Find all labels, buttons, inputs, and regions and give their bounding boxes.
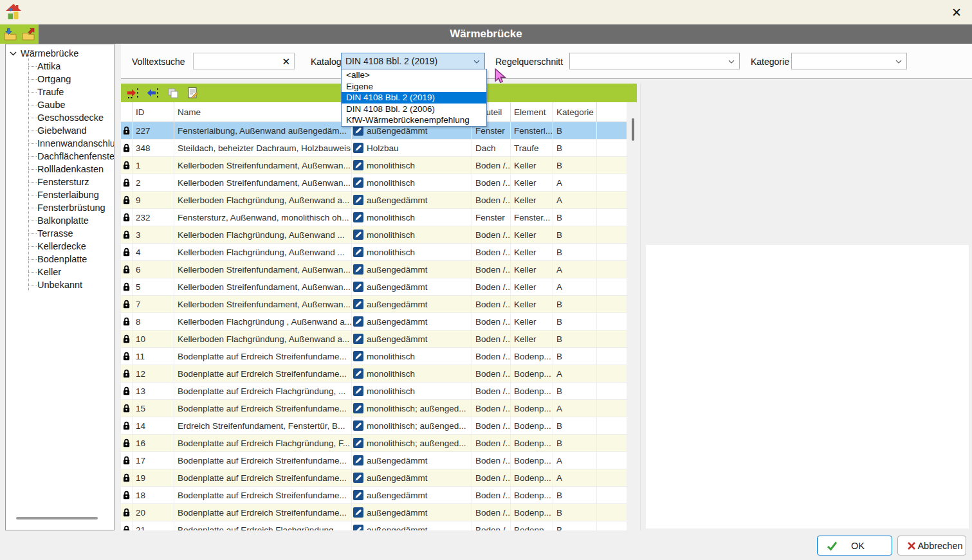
- clear-search-icon[interactable]: ✕: [282, 56, 290, 67]
- cancel-button[interactable]: Abbrechen: [897, 536, 966, 555]
- katalog-select[interactable]: DIN 4108 Bbl. 2 (2019): [341, 53, 485, 69]
- table-row[interactable]: 15 Bodenplatte auf Erdreich Streifenfund…: [121, 400, 627, 417]
- kategorie-select[interactable]: [791, 53, 907, 69]
- edit-row-icon[interactable]: [187, 87, 199, 99]
- insulation-cell: außengedämmt: [352, 261, 472, 278]
- cell-insulation: außengedämmt: [367, 300, 428, 309]
- lock-icon: [123, 352, 130, 361]
- chevron-down-icon: [728, 60, 735, 64]
- cell-filler: [597, 504, 627, 521]
- cell-insulation: Holzbau: [367, 143, 399, 153]
- sidebar-item-balkonplatte[interactable]: Balkonplatte: [6, 214, 114, 227]
- column-header-element[interactable]: Element: [511, 102, 553, 122]
- insulation-cell: außengedämmt: [352, 192, 472, 208]
- column-header-lock[interactable]: [121, 102, 133, 122]
- sidebar-tree: Wärmebrücke AttikaOrtgangTraufeGaubeGesc…: [5, 44, 115, 530]
- folder-export-icon[interactable]: [22, 28, 35, 41]
- table-vertical-scrollbar[interactable]: [627, 102, 639, 530]
- sidebar-item-innenwandanschluss[interactable]: Innenwandanschluss: [6, 137, 114, 150]
- cell-filler: [597, 244, 627, 260]
- table-row[interactable]: 19 Bodenplatte auf Erdreich Streifenfund…: [121, 469, 627, 487]
- sidebar-item-traufe[interactable]: Traufe: [6, 86, 114, 98]
- column-header-name[interactable]: Name: [174, 102, 352, 122]
- remove-row-icon[interactable]: [147, 87, 159, 99]
- table-row[interactable]: 11 Bodenplatte auf Erdreich Streifenfund…: [121, 348, 627, 365]
- katalog-option-1[interactable]: Eigene: [342, 81, 486, 93]
- add-row-icon[interactable]: [127, 87, 139, 99]
- table-row[interactable]: 4 Kellerboden Flachgründung, Außenwand .…: [121, 244, 627, 261]
- table-row[interactable]: 5 Kellerboden Streifenfundament, Außenwa…: [121, 278, 627, 296]
- sidebar-horizontal-scrollbar[interactable]: [16, 517, 98, 519]
- sidebar-item-gaube[interactable]: Gaube: [6, 98, 114, 111]
- table-row[interactable]: 8 Kellerboden Flachgründung , Außenwand …: [121, 313, 627, 330]
- regelquerschnitt-select[interactable]: [569, 53, 740, 69]
- sidebar-root-waermebruecke[interactable]: Wärmebrücke: [6, 47, 114, 60]
- column-header-kategorie[interactable]: Kategorie: [553, 102, 597, 122]
- table-row[interactable]: 7 Kellerboden Streifenfundament, Außenwa…: [121, 296, 627, 313]
- pencil-badge-icon: [353, 282, 363, 292]
- sidebar-item-giebelwand[interactable]: Giebelwand: [6, 124, 114, 137]
- pencil-badge-icon: [353, 334, 363, 344]
- sidebar-item-terrasse[interactable]: Terrasse: [6, 227, 114, 240]
- search-input[interactable]: [195, 54, 279, 68]
- table-row[interactable]: 232 Fenstersturz, Außenwand, monolithisc…: [121, 209, 627, 226]
- sidebar-item-dachflächenfenster[interactable]: Dachflächenfenster: [6, 150, 114, 163]
- table-row[interactable]: 18 Bodenplatte auf Erdreich Streifenfund…: [121, 487, 627, 504]
- sidebar-item-fensterbrüstung[interactable]: Fensterbrüstung: [6, 201, 114, 214]
- mouse-cursor: [494, 68, 507, 85]
- lock-cell: [121, 209, 133, 226]
- table-row[interactable]: 2 Kellerboden Streifenfundament, Außenwa…: [121, 174, 627, 192]
- scrollbar-thumb[interactable]: [632, 118, 634, 141]
- close-icon[interactable]: ✕: [948, 3, 966, 21]
- table-row[interactable]: 16 Bodenplatte auf Erdreich Flachgründun…: [121, 435, 627, 452]
- cell-insulation: außengedämmt: [367, 317, 428, 327]
- table-row[interactable]: 3 Kellerboden Flachgründung, Außenwand .…: [121, 226, 627, 244]
- sidebar-item-geschossdecke[interactable]: Geschossdecke: [6, 111, 114, 124]
- cell-name: Bodenplatte auf Erdreich Streifenfundame…: [174, 487, 352, 503]
- sidebar-item-bodenplatte[interactable]: Bodenplatte: [6, 253, 114, 266]
- katalog-option-2[interactable]: DIN 4108 Bbl. 2 (2019): [342, 92, 486, 104]
- table-row[interactable]: 348 Steildach, beheizter Dachraum, Holzb…: [121, 140, 627, 157]
- cell-filler: [597, 157, 627, 174]
- sidebar-item-ortgang[interactable]: Ortgang: [6, 73, 114, 86]
- sidebar-item-fenstersturz[interactable]: Fenstersturz: [6, 176, 114, 188]
- chevron-down-icon[interactable]: [10, 51, 17, 56]
- cell-kategorie: A: [553, 174, 597, 191]
- table-row[interactable]: 12 Bodenplatte auf Erdreich Streifenfund…: [121, 365, 627, 383]
- cell-name: Bodenplatte auf Erdreich Streifenfundame…: [174, 348, 352, 365]
- table-row[interactable]: 13 Bodenplatte auf Erdreich Flachgründun…: [121, 383, 627, 400]
- sidebar-item-attika[interactable]: Attika: [6, 60, 114, 73]
- cell-element: Traufe: [511, 140, 553, 156]
- table-row[interactable]: 14 Erdreich Streifenfundament, Fenstertü…: [121, 417, 627, 435]
- lock-icon: [123, 265, 130, 274]
- insulation-cell: monolithisch: [352, 174, 472, 191]
- katalog-option-3[interactable]: DIN 4108 Bbl. 2 (2006): [342, 104, 486, 115]
- sidebar-item-keller[interactable]: Keller: [6, 266, 114, 278]
- cell-name: Bodenplatte auf Erdreich Streifenfundame…: [174, 504, 352, 521]
- katalog-option-0[interactable]: <alle>: [342, 69, 486, 81]
- cell-name: Kellerboden Streifenfundament, Außenwan.…: [174, 261, 352, 278]
- cell-bauteil: Boden /...: [472, 365, 511, 382]
- folder-import-icon[interactable]: [4, 28, 17, 41]
- sidebar-item-unbekannt[interactable]: Unbekannt: [6, 278, 114, 291]
- cell-id: 14: [133, 417, 174, 434]
- table-row[interactable]: 17 Bodenplatte auf Erdreich Streifenfund…: [121, 452, 627, 469]
- cell-insulation: monolithisch: [367, 248, 415, 257]
- table-row[interactable]: 20 Bodenplatte auf Erdreich Streifenfund…: [121, 504, 627, 521]
- table-row[interactable]: 21 Bodenplatte auf Erdreich Flachgründun…: [121, 521, 627, 530]
- cell-bauteil: Fenster: [472, 209, 511, 226]
- ok-button[interactable]: OK: [817, 536, 892, 555]
- column-header-id[interactable]: ID: [133, 102, 174, 122]
- table-row[interactable]: 1 Kellerboden Streifenfundament, Außenwa…: [121, 157, 627, 174]
- cell-name: Fenstersturz, Außenwand, monolithisch oh…: [174, 209, 352, 226]
- table-row[interactable]: 6 Kellerboden Streifenfundament, Außenwa…: [121, 261, 627, 278]
- table-row[interactable]: 10 Kellerboden Flachgründung, Außenwand …: [121, 330, 627, 348]
- copy-row-icon[interactable]: [167, 87, 179, 99]
- katalog-option-4[interactable]: KfW-Wärmebrückenempfehlung: [342, 114, 486, 126]
- sidebar-item-fensterlaibung[interactable]: Fensterlaibung: [6, 188, 114, 201]
- sidebar-item-rollladenkasten[interactable]: Rollladenkasten: [6, 163, 114, 176]
- sidebar-item-kellerdecke[interactable]: Kellerdecke: [6, 240, 114, 253]
- table-row[interactable]: 9 Kellerboden Flachgründung, Außenwand a…: [121, 192, 627, 209]
- lock-cell: [121, 313, 133, 330]
- cell-id: 5: [133, 278, 174, 295]
